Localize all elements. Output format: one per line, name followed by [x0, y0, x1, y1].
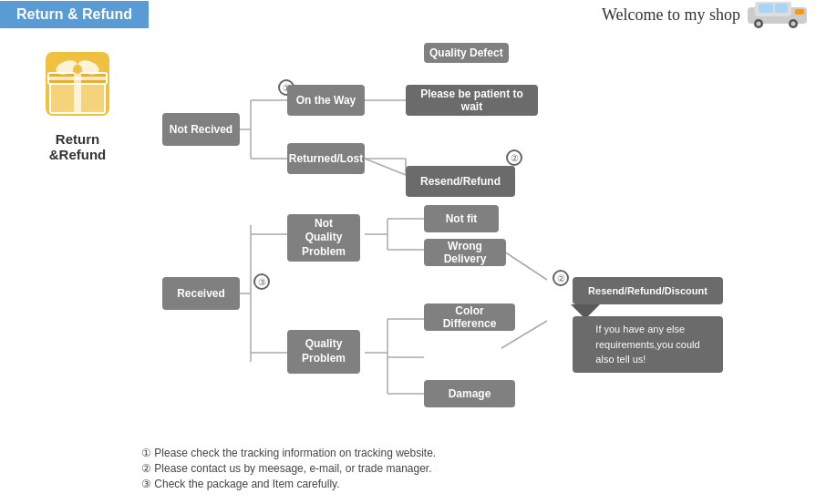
footer-note-2: ② Please contact us by meesage, e-mail, … — [141, 462, 798, 475]
left-panel-title: Return &Refund — [27, 131, 128, 162]
left-panel: Return &Refund — [27, 38, 128, 430]
svg-point-7 — [791, 22, 796, 26]
svg-rect-8 — [795, 9, 804, 15]
svg-point-5 — [757, 22, 761, 26]
returned-lost-node: Returned/Lost — [287, 143, 365, 174]
not-fit-node: Not fit — [424, 205, 499, 232]
circle-3: ③ — [253, 273, 270, 290]
header: Return & Refund Welcome to my shop — [0, 0, 816, 29]
header-title: Return & Refund — [0, 1, 149, 28]
received-node: Received — [162, 277, 240, 310]
main-content: Return &Refund — [0, 29, 816, 439]
svg-rect-3 — [775, 4, 788, 13]
on-the-way-node: On the Way — [287, 85, 365, 116]
svg-line-24 — [365, 159, 406, 175]
resend-refund-discount-node: Resend/Refund/Discount — [573, 277, 723, 304]
not-quality-node: Not Quality Problem — [287, 214, 360, 262]
welcome-text: Welcome to my shop — [602, 5, 740, 25]
circle-2a: ② — [506, 149, 522, 166]
svg-rect-15 — [48, 77, 107, 80]
resend-refund-node: Resend/Refund — [406, 166, 515, 197]
quality-defect-node: Quality Defect — [424, 43, 509, 63]
svg-point-18 — [73, 65, 82, 74]
car-icon — [748, 0, 807, 29]
info-box: If you have any else requirements,you co… — [573, 316, 723, 373]
please-wait-node: Please be patient to wait — [406, 85, 538, 116]
quality-problem-node: Quality Problem — [287, 330, 360, 374]
color-difference-node: Color Difference — [424, 303, 515, 331]
damage-node: Damage — [424, 380, 515, 407]
svg-rect-2 — [759, 4, 773, 13]
svg-line-40 — [501, 250, 547, 280]
footer-note-3: ③ Check the package and Item carefully. — [141, 478, 798, 490]
footer-notes: ① Please check the tracking information … — [0, 439, 816, 500]
footer-note-1: ① Please check the tracking information … — [141, 447, 798, 459]
header-right: Welcome to my shop — [602, 0, 816, 29]
gift-icon — [41, 47, 114, 120]
not-received-node: Not Recived — [162, 113, 240, 146]
wrong-delivery-node: Wrong Delivery — [424, 239, 506, 266]
diagram: Not Recived ① On the Way Returned/Lost P… — [146, 38, 798, 430]
circle-2b: ② — [553, 270, 569, 286]
